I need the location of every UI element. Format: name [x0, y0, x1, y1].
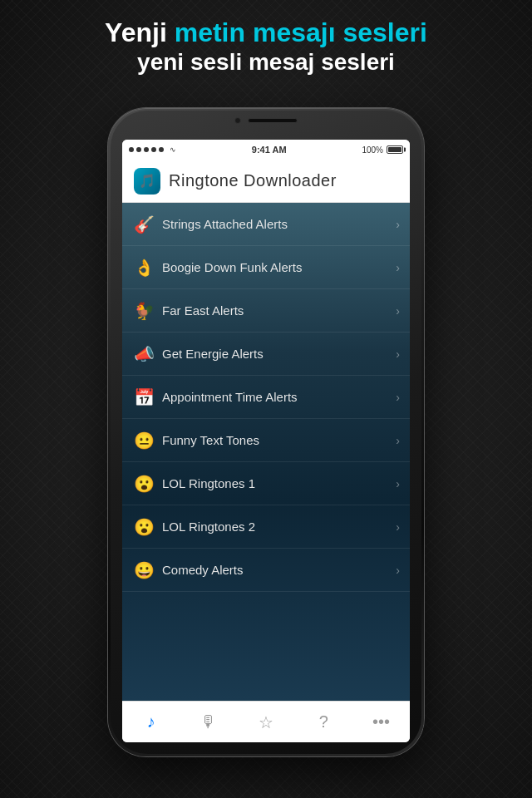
header-line2: yeni sesli mesaj sesleri [0, 47, 532, 77]
tab-mic[interactable]: 🎙 [180, 702, 237, 742]
list-item-label: Far East Alerts [162, 303, 396, 318]
header-section: Yenji metin mesajı sesleri yeni sesli me… [0, 18, 532, 78]
ringtone-list: 🎸 Strings Attached Alerts › 👌 Boogie Dow… [122, 203, 410, 701]
phone-screen: ∿ 9:41 AM 100% 🎵 Ringtone Downl [122, 140, 410, 742]
list-item[interactable]: 🎸 Strings Attached Alerts › [122, 203, 410, 246]
list-item[interactable]: 🐓 Far East Alerts › [122, 289, 410, 332]
tab-star[interactable]: ☆ [237, 702, 294, 742]
list-item-label: Comedy Alerts [162, 563, 396, 577]
list-item-emoji: 😀 [132, 560, 155, 580]
tab-help[interactable]: ? [295, 702, 352, 742]
list-item-label: LOL Ringtones 2 [162, 520, 396, 534]
phone-frame: ∿ 9:41 AM 100% 🎵 Ringtone Downl [108, 108, 424, 756]
list-item-emoji: 🐓 [132, 301, 155, 321]
list-item-emoji: 😮 [132, 474, 155, 494]
app-title: Ringtone Downloader [169, 171, 337, 190]
list-item-label: Get Energie Alerts [162, 347, 396, 361]
chevron-right-icon: › [396, 434, 400, 447]
speaker-grille [248, 118, 298, 123]
phone-outer-shell: ∿ 9:41 AM 100% 🎵 Ringtone Downl [108, 108, 424, 756]
list-item[interactable]: 😐 Funny Text Tones › [122, 419, 410, 462]
battery-percentage: 100% [362, 145, 383, 155]
chevron-right-icon: › [396, 477, 400, 490]
header-plain-text: Yenji [105, 17, 175, 47]
phone-inner-shell: ∿ 9:41 AM 100% 🎵 Ringtone Downl [111, 111, 421, 754]
tab-more[interactable]: ••• [352, 702, 410, 742]
chevron-right-icon: › [396, 520, 400, 534]
list-item-emoji: 😮 [132, 517, 155, 537]
star-tab-icon: ☆ [259, 712, 273, 732]
list-item-emoji: 😐 [132, 431, 155, 451]
status-time: 9:41 AM [252, 145, 287, 155]
header-line1: Yenji metin mesajı sesleri [0, 18, 532, 47]
navigation-bar: 🎵 Ringtone Downloader [122, 160, 410, 203]
list-item[interactable]: 😀 Comedy Alerts › [122, 549, 410, 592]
mic-tab-icon: 🎙 [200, 712, 217, 732]
list-item-label: Boogie Down Funk Alerts [162, 260, 396, 274]
list-item[interactable]: 📅 Appointment Time Alerts › [122, 376, 410, 419]
music-tab-icon: ♪ [147, 712, 155, 732]
list-item-label: Funny Text Tones [162, 433, 396, 447]
header-accent-text: metin mesajı sesleri [175, 17, 427, 47]
help-tab-icon: ? [319, 712, 328, 732]
tab-music[interactable]: ♪ [122, 702, 180, 742]
chevron-right-icon: › [396, 304, 400, 318]
app-icon-emoji: 🎵 [139, 173, 155, 189]
list-item-label: Appointment Time Alerts [162, 390, 396, 404]
chevron-right-icon: › [396, 218, 400, 231]
list-item[interactable]: 👌 Boogie Down Funk Alerts › [122, 246, 410, 289]
list-item-emoji: 🎸 [132, 214, 155, 234]
list-item-emoji: 📣 [132, 344, 155, 364]
chevron-right-icon: › [396, 347, 400, 361]
list-item-emoji: 👌 [132, 258, 155, 278]
list-item-label: Strings Attached Alerts [162, 217, 396, 231]
list-item-label: LOL Ringtones 1 [162, 476, 396, 490]
tab-bar: ♪ 🎙 ☆ ? ••• [122, 701, 410, 742]
chevron-right-icon: › [396, 261, 400, 274]
list-item[interactable]: 😮 LOL Ringtones 2 › [122, 505, 410, 549]
status-bar: ∿ 9:41 AM 100% [122, 140, 410, 160]
list-item[interactable]: 📣 Get Energie Alerts › [122, 332, 410, 376]
list-item-emoji: 📅 [132, 387, 155, 407]
app-icon: 🎵 [134, 168, 160, 195]
list-item[interactable]: 😮 LOL Ringtones 1 › [122, 462, 410, 505]
chevron-right-icon: › [396, 564, 400, 577]
more-tab-icon: ••• [372, 712, 390, 732]
wifi-indicator: ∿ [170, 145, 176, 154]
camera-dot [234, 117, 241, 124]
status-right: 100% [362, 145, 403, 155]
chevron-right-icon: › [396, 391, 400, 404]
battery-fill [388, 147, 401, 152]
signal-strength: ∿ [129, 145, 176, 154]
battery-icon [387, 145, 403, 154]
